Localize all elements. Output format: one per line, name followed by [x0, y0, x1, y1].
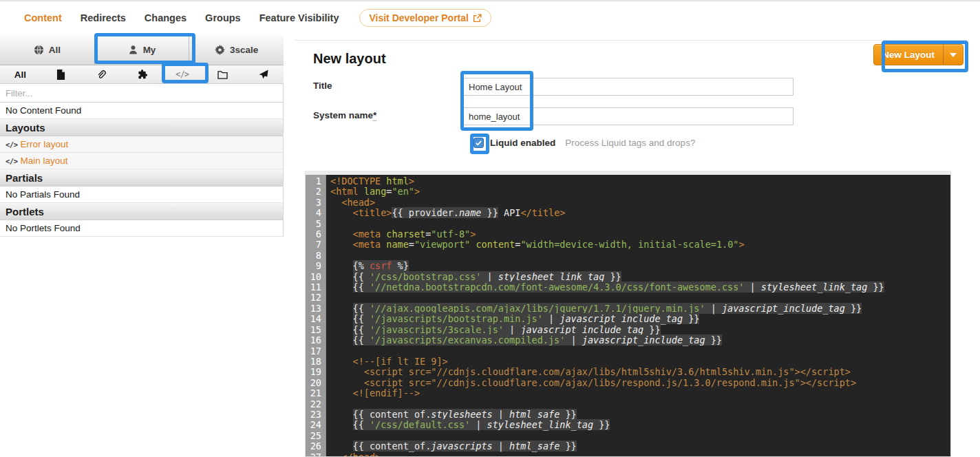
- code-line: 10 {{ '/css/bootstrap.css' | stylesheet_…: [306, 272, 950, 282]
- file-icon: [56, 70, 65, 80]
- line-number: 4: [306, 208, 326, 218]
- code-icon: </>: [175, 70, 189, 79]
- code-editor[interactable]: 1<!DOCTYPE html>2<html lang="en">3 <head…: [305, 171, 951, 457]
- code-line: 22: [306, 399, 950, 410]
- new-layout-button[interactable]: New Layout: [873, 44, 963, 65]
- tree-item-label: No Partials Found: [6, 189, 80, 200]
- title-input[interactable]: [462, 78, 793, 96]
- type-filter-file[interactable]: [41, 65, 81, 83]
- line-content: <script src="//cdnjs.cloudflare.com/ajax…: [326, 367, 851, 377]
- line-number: 8: [306, 251, 326, 261]
- plane-icon: [259, 70, 268, 79]
- liquid-enabled-hint: Process Liquid tags and drops?: [565, 138, 695, 148]
- line-content: {{ '/javascripts/excanvas.compiled.js' |…: [326, 335, 722, 346]
- nav-item-groups[interactable]: Groups: [205, 12, 241, 23]
- line-content: {{ '/css/bootstrap.css' | stylesheet_lin…: [326, 272, 621, 282]
- code-line: 21 <![endif]-->: [306, 388, 950, 398]
- type-filter-puzzle[interactable]: [122, 65, 162, 83]
- scope-tab-my[interactable]: My: [95, 34, 190, 65]
- line-content: <head>: [326, 198, 375, 208]
- tree-empty-message: No Content Found: [0, 103, 283, 119]
- line-content: <script src="//cdnjs.cloudflare.com/ajax…: [326, 378, 856, 388]
- line-content: [326, 431, 336, 441]
- system-name-input[interactable]: [462, 107, 793, 125]
- top-navigation: ContentRedirectsChangesGroupsFeature Vis…: [0, 1, 980, 34]
- code-line: 27 </head>: [306, 452, 950, 457]
- type-filter-paperclip[interactable]: [81, 65, 122, 83]
- line-number: 3: [306, 198, 326, 208]
- code-icon: </>: [6, 140, 17, 149]
- line-number: 20: [306, 378, 326, 388]
- tree-item-label: No Content Found: [6, 105, 81, 116]
- line-content: {{ '/css/default.css' | stylesheet_link_…: [326, 420, 610, 430]
- line-number: 26: [306, 441, 326, 451]
- line-number: 13: [306, 304, 326, 314]
- line-number: 9: [306, 261, 326, 271]
- line-content: {{ content_of.stylesheets | html_safe }}: [326, 410, 577, 420]
- sidebar-type-filter-row: All</>: [0, 65, 284, 84]
- nav-item-changes[interactable]: Changes: [145, 12, 187, 23]
- nav-item-redirects[interactable]: Redirects: [81, 12, 126, 23]
- tree-section-layouts: Layouts: [0, 119, 283, 136]
- line-content: [326, 219, 336, 229]
- filter-input[interactable]: [0, 84, 283, 102]
- line-content: {{ '/javascripts/3scale.js' | javascript…: [326, 325, 661, 335]
- line-number: 5: [306, 219, 326, 229]
- chevron-down-icon: [950, 53, 957, 57]
- tree-item-error-layout[interactable]: </>Error layout: [0, 136, 283, 153]
- line-content: <!--[if lt IE 9]>: [326, 357, 448, 367]
- scope-tab-label: 3scale: [230, 45, 258, 55]
- type-filter-folder[interactable]: [202, 65, 243, 83]
- code-line: 5: [306, 219, 950, 229]
- line-number: 21: [306, 388, 326, 398]
- line-content: [326, 346, 336, 357]
- type-filter-all[interactable]: All: [0, 65, 41, 83]
- check-icon: [475, 139, 482, 147]
- code-line: 23 {{ content_of.stylesheets | html_safe…: [306, 410, 950, 420]
- line-content: [326, 251, 336, 261]
- content-tree: No Content FoundLayouts</>Error layout</…: [0, 103, 284, 237]
- nav-item-content[interactable]: Content: [24, 12, 62, 23]
- line-number: 15: [306, 325, 326, 335]
- code-line: 25: [306, 431, 950, 441]
- nav-item-feature-visibility[interactable]: Feature Visibility: [259, 12, 339, 23]
- code-line: 24 {{ '/css/default.css' | stylesheet_li…: [306, 420, 950, 430]
- code-icon: </>: [6, 157, 17, 165]
- line-content: <html lang="en">: [326, 187, 420, 197]
- new-layout-dropdown-toggle[interactable]: [943, 45, 963, 65]
- code-line: 15 {{ '/javascripts/3scale.js' | javascr…: [306, 325, 950, 335]
- scope-tab-3scale[interactable]: 3scale: [189, 34, 284, 65]
- type-filter-plane[interactable]: [243, 65, 284, 83]
- required-mark: *: [373, 110, 376, 121]
- main-content: New Layout New layout Title System name*…: [284, 34, 980, 457]
- scope-tab-label: All: [49, 45, 61, 55]
- main-divider: [295, 40, 969, 41]
- external-link-icon: [473, 14, 482, 23]
- code-line: 6 <meta charset="utf-8">: [306, 229, 950, 240]
- code-line: 3 <head>: [306, 198, 950, 208]
- liquid-enabled-checkbox[interactable]: [473, 138, 484, 148]
- line-content: <title>{{ provider.name }} API</title>: [326, 208, 565, 218]
- line-content: {{ content_of.javascripts | html_safe }}: [326, 441, 577, 451]
- line-number: 23: [306, 410, 326, 420]
- line-number: 17: [306, 346, 326, 357]
- person-icon: [128, 45, 138, 55]
- line-number: 6: [306, 229, 326, 240]
- scope-tab-label: My: [143, 45, 156, 55]
- scope-tab-all[interactable]: All: [0, 34, 95, 65]
- tree-item-main-layout[interactable]: </>Main layout: [0, 153, 283, 169]
- line-content: {{ '//netdna.bootstrapcdn.com/font-aweso…: [326, 282, 884, 293]
- line-number: 12: [306, 293, 326, 303]
- visit-developer-portal-button[interactable]: Visit Developer Portal: [359, 9, 491, 27]
- line-number: 22: [306, 399, 326, 410]
- line-number: 24: [306, 420, 326, 430]
- nav-items: ContentRedirectsChangesGroupsFeature Vis…: [24, 12, 339, 23]
- code-line: 11 {{ '//netdna.bootstrapcdn.com/font-aw…: [306, 282, 950, 293]
- type-filter-code[interactable]: </>: [162, 65, 202, 83]
- line-content: <meta name="viewport" content="width=dev…: [326, 240, 745, 250]
- paperclip-icon: [96, 70, 106, 80]
- code-line: 12: [306, 293, 950, 303]
- folder-icon: [217, 70, 228, 79]
- puzzle-icon: [137, 70, 147, 80]
- system-name-label: System name*: [313, 110, 376, 120]
